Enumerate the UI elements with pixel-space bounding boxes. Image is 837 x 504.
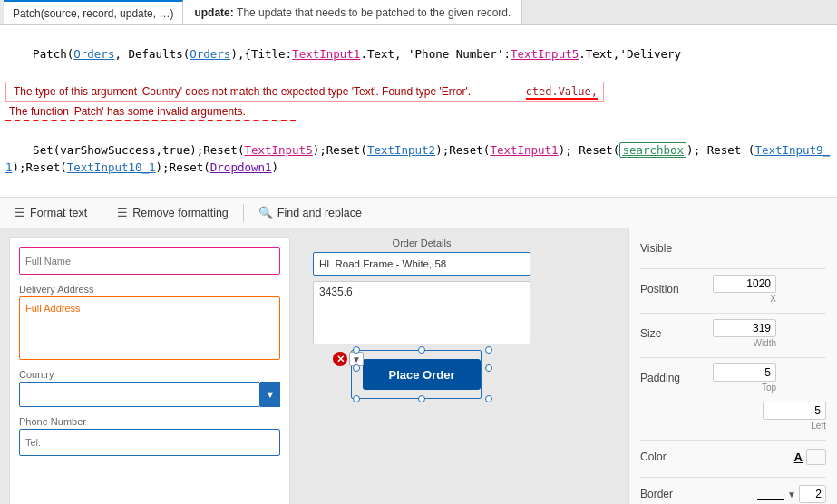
border-dropdown-icon[interactable]: ▼ (787, 489, 796, 499)
remove-formatting-label: Remove formatting (132, 207, 229, 219)
prop-position-row: Position X (640, 275, 826, 304)
tab-update-bold: update: (194, 6, 233, 19)
delivery-label: Delivery Address (19, 284, 280, 295)
divider-2 (640, 313, 826, 314)
color-letter: A (794, 451, 803, 464)
find-replace-button[interactable]: 🔍 Find and replace (251, 202, 369, 223)
place-order-button[interactable]: Place Order (363, 359, 481, 390)
padding-left-input[interactable] (763, 402, 826, 420)
delete-button[interactable]: ✕ (333, 352, 347, 366)
order-price-box: 3435.6 (313, 281, 530, 344)
size-sub-row: Width (713, 319, 776, 348)
place-order-wrapper: ✕ ▼ Place Order (313, 359, 530, 390)
divider-1 (640, 268, 826, 269)
formula-orders1: Orders (73, 47, 114, 61)
divider-5 (640, 477, 826, 478)
border-label: Border (640, 488, 713, 500)
handle-top-mid[interactable] (418, 346, 425, 354)
delivery-input-area[interactable]: Full Address (19, 296, 280, 360)
order-panel: Order Details 3435.6 ✕ ▼ (313, 237, 530, 504)
handle-bot-right[interactable] (485, 395, 492, 402)
padding-left-sub-row: Left (763, 402, 826, 431)
tab-update[interactable]: update: The update that needs to be patc… (183, 0, 522, 24)
border-line-preview (757, 488, 784, 500)
place-order-label: Place Order (389, 368, 455, 382)
handle-bot-left[interactable] (353, 395, 360, 402)
border-width-input[interactable] (799, 485, 826, 503)
tab-patch-label: Patch(source, record, update, …) (13, 7, 173, 20)
find-replace-label: Find and replace (277, 207, 362, 219)
position-x-sub: X (770, 294, 776, 304)
prop-padding-row: Padding Top (640, 363, 826, 393)
properties-panel: Visible Position X Size Width Padding (628, 228, 837, 504)
find-replace-icon: 🔍 (258, 206, 273, 219)
delivery-placeholder: Full Address (25, 303, 81, 314)
size-label: Size (640, 327, 713, 340)
handle-bot-mid[interactable] (418, 395, 425, 402)
padding-left-sub: Left (811, 421, 826, 431)
size-width-sub: Width (753, 338, 776, 348)
order-price-value: 3435.6 (319, 286, 353, 298)
toolbar-separator-1 (102, 204, 102, 222)
form-preview: Delivery Address Full Address Country ▼ … (9, 237, 290, 504)
order-panel-title: Order Details (313, 237, 530, 248)
prop-padding-left-row: Left (640, 402, 826, 431)
phone-input[interactable] (19, 429, 280, 456)
size-width-input[interactable] (713, 319, 776, 337)
tab-patch[interactable]: Patch(source, record, update, …) (4, 0, 183, 24)
color-value: A (713, 449, 826, 465)
formula-patch: Patch( (33, 47, 73, 61)
prop-size-row: Size Width (640, 319, 826, 348)
padding-sub-row: Top (713, 363, 776, 393)
prop-border-row: Border ▼ (640, 483, 826, 504)
remove-formatting-icon: ☰ (117, 206, 128, 219)
position-x-input[interactable] (713, 275, 776, 293)
country-input[interactable] (19, 382, 260, 407)
format-text-button[interactable]: ☰ Format text (7, 202, 94, 223)
prop-visible-row: Visible (640, 237, 826, 259)
padding-top-input[interactable] (713, 363, 776, 382)
error-line1: The type of this argument 'Country' does… (14, 85, 596, 98)
country-row: ▼ (19, 382, 280, 407)
position-sub-row: X (713, 275, 776, 304)
divider-4 (640, 440, 826, 441)
error-tooltip: The type of this argument 'Country' does… (5, 82, 604, 102)
delivery-field: Delivery Address Full Address (19, 284, 280, 360)
full-name-field (19, 247, 280, 275)
phone-label: Phone Number (19, 416, 280, 427)
handle-mid-left[interactable] (353, 364, 360, 372)
phone-field: Phone Number (19, 416, 280, 456)
prop-color-row: Color A (640, 446, 826, 468)
toolbar: ☰ Format text ☰ Remove formatting 🔍 Find… (0, 198, 837, 228)
order-product-input[interactable] (313, 252, 530, 276)
toolbar-separator-2 (243, 204, 244, 222)
tab-bar: Patch(source, record, update, …) update:… (0, 0, 837, 25)
color-label: Color (640, 451, 713, 463)
tab-update-desc: The update that needs to be patched to t… (237, 6, 511, 19)
divider-3 (640, 357, 826, 358)
color-swatch[interactable] (806, 449, 826, 465)
country-dropdown-button[interactable]: ▼ (260, 382, 280, 407)
padding-top-sub: Top (762, 383, 776, 393)
border-value: ▼ (713, 485, 826, 503)
handle-top-right[interactable] (485, 346, 492, 354)
format-text-label: Format text (30, 207, 87, 219)
handle-mid-right[interactable] (485, 364, 492, 372)
country-label: Country (19, 369, 280, 380)
country-field: Country ▼ (19, 369, 280, 407)
error-line2: The function 'Patch' has some invalid ar… (5, 103, 296, 121)
formula-area: Patch(Orders, Defaults(Orders),{Title:Te… (0, 25, 837, 198)
full-name-input[interactable] (19, 247, 280, 275)
position-label: Position (640, 283, 713, 296)
format-text-icon: ☰ (15, 206, 25, 219)
padding-label: Padding (640, 372, 713, 384)
visible-label: Visible (640, 242, 713, 255)
remove-formatting-button[interactable]: ☰ Remove formatting (110, 202, 236, 223)
canvas-area: Delivery Address Full Address Country ▼ … (0, 228, 628, 504)
formula-line2: Set(varShowSuccess,true);Reset(TextInput… (5, 125, 832, 193)
main-area: Delivery Address Full Address Country ▼ … (0, 228, 837, 504)
formula-tooltip-end: cted.Value, (526, 85, 598, 100)
formula-line1: Patch(Orders, Defaults(Orders),{Title:Te… (5, 29, 832, 80)
